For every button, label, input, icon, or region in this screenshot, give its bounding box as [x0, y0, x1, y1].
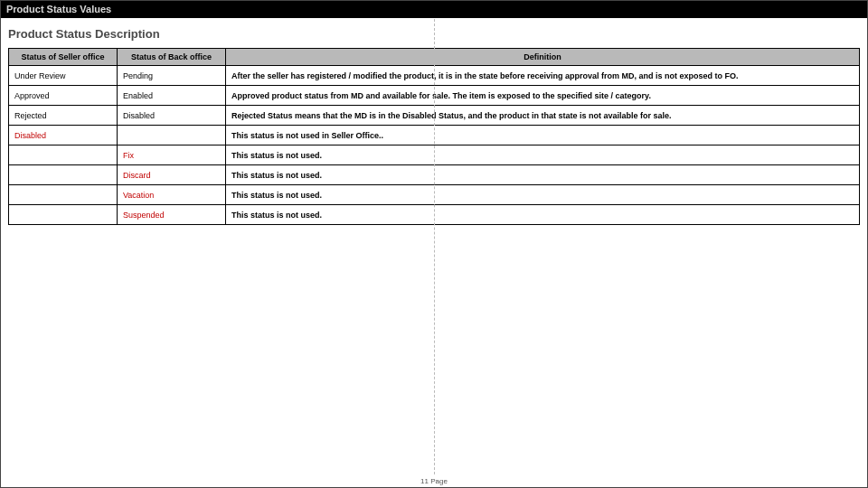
page-number-text: 11 Page: [420, 477, 448, 485]
cell-seller-status: Approved: [9, 86, 118, 106]
table-row: ApprovedEnabledApproved product status f…: [9, 86, 860, 106]
cell-definition: Approved product status from MD and avai…: [226, 86, 860, 106]
cell-seller-status: [9, 205, 118, 225]
table-header-row: Status of Seller office Status of Back o…: [9, 49, 860, 66]
cell-back-status: Pending: [118, 66, 226, 86]
status-table-wrap: Status of Seller office Status of Back o…: [1, 48, 867, 225]
cell-definition: After the seller has registered / modifi…: [226, 66, 860, 86]
cell-seller-status: [9, 185, 118, 205]
cell-back-status: Vacation: [118, 185, 226, 205]
cell-back-status: Enabled: [118, 86, 226, 106]
page-frame: Product Status Values Product Status Des…: [0, 0, 868, 488]
table-row: FixThis status is not used.: [9, 145, 860, 165]
cell-definition: This status is not used.: [226, 185, 860, 205]
cell-definition: This status is not used.: [226, 145, 860, 165]
col-header-definition: Definition: [226, 49, 860, 66]
title-bar: Product Status Values: [1, 1, 867, 18]
cell-back-status: Fix: [118, 145, 226, 165]
section-title: Product Status Description: [1, 18, 867, 48]
status-table: Status of Seller office Status of Back o…: [8, 48, 860, 225]
cell-seller-status: Disabled: [9, 126, 118, 145]
table-row: DisabledThis status is not used in Selle…: [9, 126, 860, 145]
page-number: 11 Page: [417, 477, 451, 485]
table-row: RejectedDisabledRejected Status means th…: [9, 106, 860, 126]
cell-definition: This status is not used.: [226, 205, 860, 225]
table-row: Under ReviewPendingAfter the seller has …: [9, 66, 860, 86]
cell-definition: Rejected Status means that the MD is in …: [226, 106, 860, 126]
cell-seller-status: Under Review: [9, 66, 118, 86]
cell-seller-status: [9, 145, 118, 165]
table-row: VacationThis status is not used.: [9, 185, 860, 205]
title-bar-text: Product Status Values: [6, 4, 111, 14]
cell-definition: This status is not used.: [226, 165, 860, 185]
cell-back-status: Suspended: [118, 205, 226, 225]
cell-seller-status: [9, 165, 118, 185]
cell-definition: This status is not used in Seller Office…: [226, 126, 860, 145]
cell-seller-status: Rejected: [9, 106, 118, 126]
cell-back-status: [118, 126, 226, 145]
col-header-back: Status of Back office: [118, 49, 226, 66]
cell-back-status: Disabled: [118, 106, 226, 126]
cell-back-status: Discard: [118, 165, 226, 185]
section-title-text: Product Status Description: [8, 27, 160, 41]
col-header-seller: Status of Seller office: [9, 49, 118, 66]
table-row: DiscardThis status is not used.: [9, 165, 860, 185]
table-row: SuspendedThis status is not used.: [9, 205, 860, 225]
